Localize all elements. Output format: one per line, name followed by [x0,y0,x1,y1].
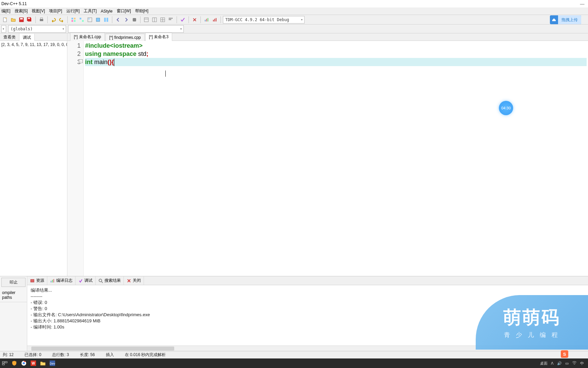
svg-rect-18 [104,18,106,22]
chrome-icon[interactable] [20,360,27,367]
watermark-title: 萌萌码 [503,306,560,329]
svg-rect-16 [88,18,89,19]
tab-view-class[interactable]: 查看类 [0,33,19,41]
fold-icon[interactable]: − [79,59,83,63]
devcpp-icon[interactable]: Dev [49,360,56,367]
svg-rect-31 [169,19,170,20]
menu-window[interactable]: 窗口[W] [117,8,131,14]
tab-close[interactable]: 关闭 [124,276,144,285]
svg-rect-43 [51,281,51,282]
rebuild-button[interactable] [94,16,102,24]
menu-view[interactable]: 视图[V] [32,8,45,14]
svg-rect-1 [5,18,6,19]
svg-rect-32 [170,19,171,20]
svg-rect-36 [213,20,214,21]
save-all-button[interactable] [26,16,33,24]
print-button[interactable] [38,16,45,24]
debug-button[interactable] [102,16,110,24]
menu-tools[interactable]: 工具[T] [84,8,97,14]
menu-astyle[interactable]: AStyle [101,9,113,14]
run-button[interactable] [78,16,85,24]
open-file-button[interactable] [10,16,17,24]
undo-button[interactable] [50,16,57,24]
title-bar: Dev-C++ 5.11 — [0,0,588,7]
tray-wifi-icon[interactable] [572,361,577,366]
toolbar-separator [177,16,177,23]
svg-rect-44 [52,280,53,282]
layout2-button[interactable] [151,16,158,24]
check-button[interactable] [179,16,186,24]
status-column: 列: 12 [3,352,14,358]
scrollbar-thumb[interactable] [31,347,174,351]
tab-compile-log[interactable]: 编译日志 [47,276,76,285]
svg-rect-48 [2,362,4,363]
tab-resource[interactable]: 资源 [27,276,47,285]
redo-button[interactable] [58,16,65,24]
compile-run-button[interactable] [86,16,94,24]
cancel-button[interactable] [191,16,198,24]
toolbar-separator [35,16,36,23]
svg-point-41 [553,19,555,20]
layout4-button[interactable] [167,16,175,24]
tray-desktop-label[interactable]: 桌面 [540,361,548,366]
stop-button[interactable]: 叩止 [1,278,26,287]
sogou-ime-badge[interactable]: S [561,350,568,358]
windows-taskbar: W Dev 桌面 ᐱ 🔊 ▭ 中 [0,358,588,368]
tab-search-results[interactable]: 搜索结果 [96,276,124,285]
tray-ime[interactable]: 中 [580,361,584,366]
nav-forward-button[interactable] [122,16,130,24]
layout1-button[interactable] [143,16,150,24]
nav-stop-button[interactable] [131,16,138,24]
function-select[interactable] [68,25,184,33]
tray-chevron-up-icon[interactable]: ᐱ [551,361,554,366]
explorer-icon[interactable] [39,360,46,367]
taskview-icon[interactable] [1,360,8,367]
tab-findprimes[interactable]: [*] findprimes.cpp [105,34,145,41]
tab-debug[interactable]: 调试 [19,34,35,41]
tray-volume-icon[interactable]: 🔊 [557,361,562,366]
status-mode: 插入 [106,352,114,358]
text-cursor [165,71,166,77]
compiler-paths-tab[interactable]: ompiler paths [0,288,27,302]
side-tabs: 查看类 调试 [0,33,67,41]
code-editor[interactable]: 1 2 3− #include<iostream> using namespac… [67,41,588,276]
nav-back-button[interactable] [114,16,122,24]
menu-project[interactable]: 项目[P] [49,8,62,14]
svg-text:W: W [32,362,35,365]
svg-point-52 [23,362,25,364]
code-lines[interactable]: #include<iostream> using namespace std; … [84,41,588,276]
menu-edit[interactable]: 编[E] [1,8,11,14]
svg-rect-17 [96,18,100,21]
wps-icon[interactable]: W [30,360,37,367]
empty-select[interactable] [1,25,6,33]
line-number: 1 [68,42,81,50]
layout3-button[interactable] [159,16,166,24]
debug-watch-value[interactable]: [2, 3, 4, 5, 7, 9, 11, 13, 17, 19, 0, 0,… [0,41,67,276]
menu-run[interactable]: 运行[R] [66,8,80,14]
svg-rect-34 [206,19,207,21]
drag-upload-button[interactable]: 拖拽上传 [550,15,581,24]
compiler-select[interactable]: TDM-GCC 4.9.2 64-bit Debug [223,16,305,24]
line-number: 2 [68,50,81,58]
svg-rect-37 [214,19,215,21]
svg-rect-14 [82,20,84,22]
tab-unnamed1[interactable]: [*] 未命名1.cpp [70,33,105,41]
new-file-button[interactable] [1,16,9,24]
svg-rect-8 [40,18,43,19]
tab-debug-bottom[interactable]: 调试 [76,276,96,285]
profile-button[interactable] [203,16,210,24]
profile2-button[interactable] [211,16,218,24]
minimize-icon[interactable]: — [578,1,587,6]
status-bar: 列: 12 已选择: 0 总行数: 3 长度: 56 插入 在 0.016 秒内… [0,351,588,358]
svg-rect-3 [20,18,23,19]
svg-rect-30 [172,18,173,19]
tray-battery-icon[interactable]: ▭ [565,361,569,366]
shield-icon[interactable] [11,360,18,367]
menu-search[interactable]: 搜索[S] [15,8,28,14]
editor-area: [*] 未命名1.cpp [*] findprimes.cpp [*] 未命名3… [67,33,588,276]
tab-unnamed3[interactable]: [*] 未命名3 [145,33,172,41]
menu-help[interactable]: 帮助[H] [135,8,148,14]
save-button[interactable] [18,16,25,24]
compile-button[interactable] [70,16,77,24]
globals-select[interactable]: (globals) [8,25,66,33]
